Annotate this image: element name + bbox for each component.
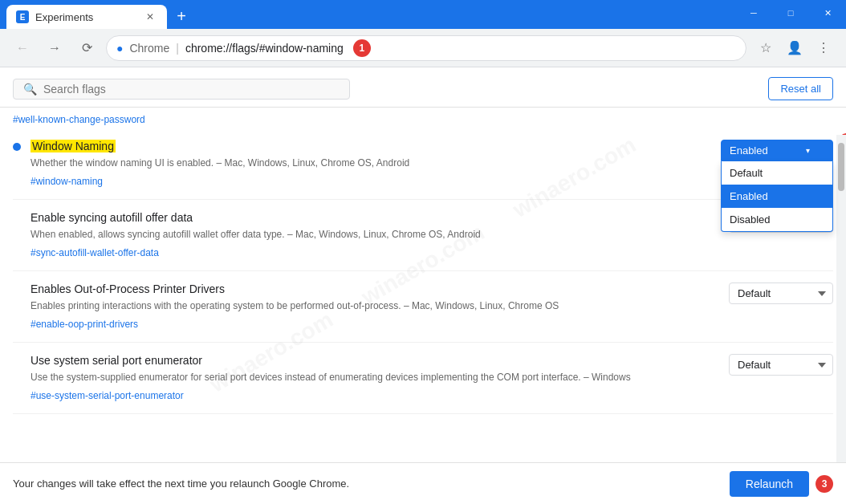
address-bar[interactable]: ● Chrome | chrome://flags/#window-naming… bbox=[106, 35, 746, 61]
nav-right-buttons: ☆ 👤 ⋮ bbox=[753, 35, 836, 61]
flag-inactive-indicator-4 bbox=[13, 357, 21, 365]
active-tab[interactable]: E Experiments ✕ bbox=[6, 5, 167, 29]
flag-desc-sync-autofill: When enabled, allows syncing autofill wa… bbox=[31, 227, 719, 242]
top-anchor-link[interactable]: #well-known-change-password bbox=[13, 108, 833, 128]
dropdown-chevron-icon: ▾ bbox=[806, 146, 810, 155]
flag-body-oop-print: Enables Out-of-Process Printer Drivers E… bbox=[31, 282, 719, 331]
flag-desc-window-naming: Whether the window naming UI is enabled.… bbox=[31, 156, 711, 170]
flag-item-window-naming: Window Naming Whether the window naming … bbox=[13, 128, 833, 200]
flag-inactive-indicator-3 bbox=[13, 286, 21, 294]
search-input-wrap: 🔍 bbox=[13, 79, 350, 100]
flags-list: #well-known-change-password Window Namin… bbox=[0, 108, 846, 456]
scrollbar-thumb[interactable] bbox=[838, 143, 844, 191]
flag-control-oop-print: Default Enabled Disabled bbox=[729, 282, 833, 304]
back-button[interactable]: ← bbox=[10, 35, 35, 61]
address-separator: | bbox=[176, 42, 179, 55]
minimize-button[interactable]: ─ bbox=[735, 0, 772, 26]
navbar: ← → ⟳ ● Chrome | chrome://flags/#window-… bbox=[0, 29, 846, 67]
flag-select-oop-print[interactable]: Default Enabled Disabled bbox=[729, 282, 833, 304]
search-input[interactable] bbox=[43, 83, 340, 96]
flag-control-window-naming: Enabled ▾ Default Enabled Disabled 2 bbox=[721, 140, 833, 161]
flag-body-serial-port: Use system serial port enumerator Use th… bbox=[31, 354, 719, 402]
flag-item-serial-port: Use system serial port enumerator Use th… bbox=[13, 343, 833, 414]
scrollbar-track[interactable] bbox=[836, 135, 846, 462]
flag-title-serial-port: Use system serial port enumerator bbox=[31, 354, 719, 367]
flag-inactive-indicator-2 bbox=[13, 214, 21, 222]
bottom-message: Your changes will take effect the next t… bbox=[13, 478, 349, 490]
flag-active-indicator bbox=[13, 143, 21, 151]
flag-title-window-naming: Window Naming bbox=[31, 140, 711, 152]
flag-anchor-window-naming[interactable]: #window-naming bbox=[31, 176, 103, 187]
search-icon: 🔍 bbox=[23, 83, 37, 96]
site-name: Chrome bbox=[129, 42, 169, 55]
content-area: 🔍 Reset all #well-known-change-password … bbox=[0, 67, 846, 462]
flag-dropdown-btn-window-naming[interactable]: Enabled ▾ bbox=[721, 140, 833, 161]
annotation-1-badge: 1 bbox=[353, 39, 371, 57]
dropdown-option-disabled[interactable]: Disabled bbox=[722, 208, 832, 231]
window-controls: ─ □ ✕ bbox=[735, 0, 846, 26]
menu-button[interactable]: ⋮ bbox=[811, 35, 836, 61]
dropdown-option-enabled[interactable]: Enabled bbox=[722, 185, 832, 208]
tab-area: E Experiments ✕ + bbox=[6, 0, 193, 29]
relaunch-button[interactable]: Relaunch bbox=[730, 471, 809, 497]
reset-all-button[interactable]: Reset all bbox=[768, 77, 833, 100]
flag-title-sync-autofill: Enable syncing autofill offer data bbox=[31, 211, 719, 224]
dropdown-selected-label: Enabled bbox=[730, 144, 768, 156]
flag-dropdown-menu-window-naming: Default Enabled Disabled bbox=[721, 161, 833, 232]
maximize-button[interactable]: □ bbox=[772, 0, 809, 26]
url-text: chrome://flags/#window-naming bbox=[185, 42, 344, 55]
profile-button[interactable]: 👤 bbox=[782, 35, 807, 61]
flag-body-window-naming: Window Naming Whether the window naming … bbox=[31, 140, 711, 188]
flag-desc-serial-port: Use the system-supplied enumerator for s… bbox=[31, 370, 719, 384]
flag-anchor-serial-port[interactable]: #use-system-serial-port-enumerator bbox=[31, 390, 184, 401]
tab-close-button[interactable]: ✕ bbox=[143, 10, 157, 24]
close-button[interactable]: ✕ bbox=[809, 0, 846, 26]
search-bar-row: 🔍 Reset all bbox=[0, 67, 846, 108]
flag-anchor-sync-autofill[interactable]: #sync-autofill-wallet-offer-data bbox=[31, 247, 159, 258]
annotation-3-badge: 3 bbox=[815, 475, 833, 493]
flag-body-sync-autofill: Enable syncing autofill offer data When … bbox=[31, 211, 719, 259]
new-tab-button[interactable]: + bbox=[170, 5, 193, 27]
flag-item-sync-autofill: Enable syncing autofill offer data When … bbox=[13, 200, 833, 271]
flag-desc-oop-print: Enables printing interactions with the o… bbox=[31, 299, 719, 313]
bottom-bar: Your changes will take effect the next t… bbox=[0, 462, 846, 504]
flag-select-serial-port[interactable]: Default Enabled Disabled bbox=[729, 354, 833, 376]
site-icon: ● bbox=[116, 42, 123, 55]
tab-title: Experiments bbox=[35, 11, 93, 23]
titlebar: E Experiments ✕ + ─ □ ✕ bbox=[0, 0, 846, 29]
tab-icon: E bbox=[16, 10, 29, 23]
relaunch-area: Relaunch 3 bbox=[730, 471, 833, 497]
flag-title-oop-print: Enables Out-of-Process Printer Drivers bbox=[31, 282, 719, 295]
flag-control-serial-port: Default Enabled Disabled bbox=[729, 354, 833, 376]
flag-item-oop-print: Enables Out-of-Process Printer Drivers E… bbox=[13, 271, 833, 343]
forward-button[interactable]: → bbox=[42, 35, 67, 61]
bookmark-button[interactable]: ☆ bbox=[753, 35, 779, 61]
dropdown-option-default[interactable]: Default bbox=[722, 161, 832, 185]
reload-button[interactable]: ⟳ bbox=[74, 35, 100, 61]
flag-title-highlight: Window Naming bbox=[31, 140, 116, 152]
flag-anchor-oop-print[interactable]: #enable-oop-print-drivers bbox=[31, 319, 138, 330]
